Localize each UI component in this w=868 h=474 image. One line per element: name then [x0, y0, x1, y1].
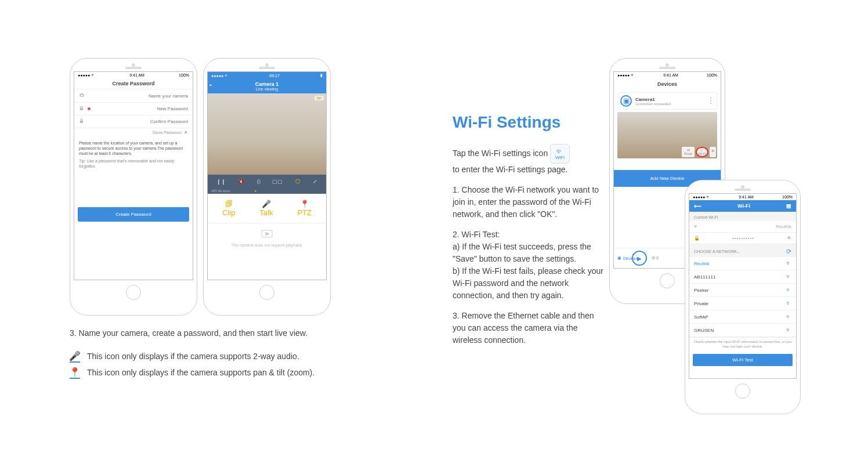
confirm-password-input[interactable]: [88, 119, 188, 124]
title: Wi-Fi: [737, 203, 750, 209]
wifi-signal-icon: ᯤ: [786, 274, 791, 280]
show-password-label: Show Password: [153, 131, 182, 135]
network-name: Private: [694, 301, 786, 306]
wifi-signal-icon: ᯤ: [786, 314, 791, 320]
required-dot: [88, 107, 91, 110]
battery: 100%: [179, 73, 189, 77]
phone-live-view: ●●●●● ᯤ 09:17 ▮ ⌄ Camera 1 Live viewing …: [203, 58, 331, 316]
network-row[interactable]: Privateᯤ: [689, 297, 796, 310]
feature-row: 🗐Clip 🎤Talk 📍PTZ: [208, 194, 326, 223]
lock-icon: [79, 118, 84, 125]
titlebar: Create Password: [74, 78, 193, 89]
footnote: Check whether the input Wi-Fi informatio…: [689, 337, 796, 352]
lock-icon: 🔒: [694, 236, 700, 241]
home-button[interactable]: [126, 285, 141, 300]
titlebar: Devices: [614, 78, 721, 90]
svg-marker-1: [266, 232, 269, 236]
mute-icon[interactable]: 🔇: [238, 179, 244, 184]
nav-play-icon[interactable]: ▶: [632, 251, 647, 266]
network-row[interactable]: AB111111ᯤ: [689, 270, 796, 284]
password-row[interactable]: 🔒 •••••••••• 👁: [689, 233, 796, 244]
step2: 2. Wi-Fi Test: a) If the Wi-Fi test succ…: [453, 229, 603, 302]
multiview-icon[interactable]: ▢▢: [272, 179, 283, 184]
network-name: GRUSEN: [694, 328, 786, 333]
subtitle: Live viewing: [208, 87, 326, 91]
save-icon[interactable]: ▤: [786, 203, 791, 209]
confirm-password-field[interactable]: [74, 115, 193, 128]
camera-name-input[interactable]: [88, 93, 188, 99]
device-card[interactable]: ▣ Camera1 Connection succeeded ⋮: [617, 92, 717, 110]
device-status: Connection succeeded: [635, 102, 671, 106]
fullscreen-icon[interactable]: ⤢: [313, 179, 317, 184]
eye-icon: 👁: [184, 131, 188, 135]
more-icon[interactable]: ⋮: [707, 99, 714, 103]
live-video[interactable]: SD: [208, 93, 326, 175]
battery-icon: ▮: [320, 73, 323, 78]
battery: 100%: [707, 73, 717, 77]
pause-icon[interactable]: ❙❙: [216, 179, 226, 184]
nav-settings[interactable]: ⚙ S: [652, 256, 659, 260]
wifi-signal-icon: ᯤ: [786, 287, 791, 293]
settings-pill[interactable]: ⚙: [710, 147, 716, 157]
push-pill[interactable]: ✉Push: [682, 147, 695, 157]
chevron-down-icon[interactable]: ⌄: [208, 81, 213, 87]
create-password-button[interactable]: Create Password: [78, 207, 189, 222]
device-thumbnail[interactable]: ✉Push ᯤWi-Fi ⚙: [617, 112, 717, 158]
clock: 09:17: [269, 74, 280, 78]
clock: 9:41 AM: [663, 73, 678, 77]
choose-network-label: CHOOSE A NETWORK... ⟳: [689, 244, 796, 257]
instruction-text: Please name the location of your camera,…: [79, 140, 188, 156]
record-dot-icon: ●: [254, 189, 256, 193]
battery: 100%: [782, 195, 793, 199]
intro-line: Tap the Wi-Fi settings icon ᯤ WiFi to en…: [453, 144, 603, 176]
status-bar: ●●●●● ᯤ 9:41 AM 100%: [74, 72, 193, 78]
instructions: Please name the location of your camera,…: [74, 137, 193, 172]
tip-text: Tip: Use a password that's memorable and…: [79, 158, 188, 169]
ptz-button[interactable]: 📍PTZ: [297, 200, 312, 217]
show-password-row[interactable]: Show Password 👁: [74, 128, 193, 137]
titlebar: ⟵ Wi-Fi ▤: [689, 200, 796, 212]
eye-icon[interactable]: 👁: [787, 236, 791, 241]
network-row[interactable]: Reolinkᯤ: [689, 257, 796, 270]
snapshot-icon[interactable]: ⎙: [257, 179, 260, 184]
sd-badge: SD: [314, 96, 324, 100]
clip-button[interactable]: 🗐Clip: [222, 200, 235, 217]
mic-icon: 🎤: [70, 350, 80, 363]
new-password-input[interactable]: [94, 106, 188, 111]
wifi-test-button[interactable]: Wi-Fi Test: [693, 354, 793, 366]
home-button[interactable]: [735, 383, 750, 399]
mic-icon: 🎤: [259, 200, 273, 208]
home-button[interactable]: [660, 273, 675, 288]
camera-name-field[interactable]: [74, 89, 193, 103]
phone-wifi-settings: ●●●●● ᯤ 9:41 AM 100% ⟵ Wi-Fi ▤ Current W…: [685, 180, 801, 414]
current-wifi-label: Current Wi-Fi: [689, 212, 796, 221]
note-ptz: 📍 This icon only displays if the camera …: [70, 366, 395, 379]
back-icon[interactable]: ⟵: [694, 203, 701, 209]
network-name: SoftAP: [694, 314, 786, 320]
new-password-field[interactable]: [74, 103, 193, 115]
clip-icon: 🗐: [222, 200, 235, 208]
network-list: ReolinkᯤAB111111ᯤPeekerᯤPrivateᯤSoftAPᯤG…: [689, 257, 796, 337]
current-ssid: Reolink: [776, 224, 791, 229]
password-masked: ••••••••••: [703, 236, 783, 241]
step-3-text: 3. Name your camera, create a password, …: [70, 327, 395, 339]
network-row[interactable]: GRUSENᯤ: [689, 324, 796, 337]
phone-group-right: ●●●●● ᯤ 9:41 AM 100% Devices ▣ Camera1 C…: [609, 58, 725, 304]
device-name: Camera1: [635, 97, 671, 102]
home-button[interactable]: [259, 285, 274, 300]
playback-icon: [260, 227, 274, 241]
device-info: Camera1 Connection succeeded: [635, 97, 671, 106]
clock: 9:41 AM: [129, 73, 144, 77]
screen-wifi-settings: ●●●●● ᯤ 9:41 AM 100% ⟵ Wi-Fi ▤ Current W…: [689, 193, 797, 379]
clock: 9:41 AM: [739, 195, 754, 199]
network-row[interactable]: Peekerᯤ: [689, 284, 796, 297]
network-row[interactable]: SoftAPᯤ: [689, 310, 796, 324]
refresh-icon[interactable]: ⟳: [786, 248, 791, 255]
quality-icon[interactable]: ⬡: [295, 178, 301, 184]
phone-group-left: ●●●●● ᯤ 9:41 AM 100% Create Password: [70, 58, 395, 316]
left-column: ●●●●● ᯤ 9:41 AM 100% Create Password: [70, 58, 395, 418]
wifi-pill[interactable]: ᯤWi-Fi: [696, 147, 708, 157]
talk-button[interactable]: 🎤Talk: [259, 200, 273, 217]
wifi-signal-icon: ᯤ: [786, 260, 791, 266]
pin-icon: 📍: [70, 366, 80, 379]
